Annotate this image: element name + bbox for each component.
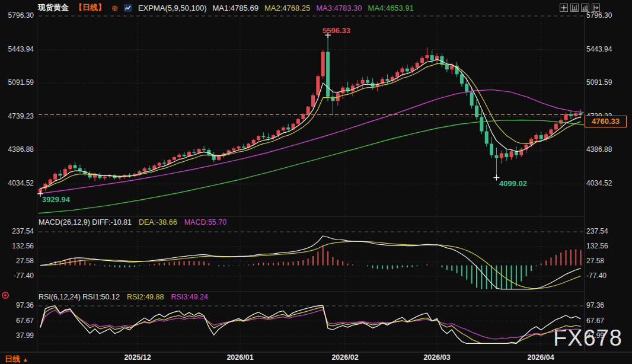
y-axis-label: 4386.88 [586,145,612,154]
macd-axis-label: 132.56 [0,242,34,250]
y-axis-label: 5443.94 [586,45,612,53]
last-price-tag: 4760.33 [585,116,627,127]
low-annotation: 4099.02 [499,179,527,188]
ma2-value-label: MA2:4768.25 [264,4,310,12]
macd-axis-label: 237.54 [586,227,608,235]
macd-label-row: MACD(26,12,9) DIFF:-10.81 DEA:-38.66 MAC… [39,218,226,226]
crosshair-icon[interactable] [560,4,568,12]
chart-header: 现货黄金 【日线】 ⊕ EXPMA(5,9,50,100) MA1:4785.6… [0,0,632,15]
rsi1-label: RSI(6,12,24) RSI1:50.12 [39,293,120,301]
axis-shift-icon[interactable] [592,4,600,12]
macd-axis-label: 27.58 [0,257,34,265]
x-axis-date: 2026/03 [416,353,458,362]
macd-axis-label: 27.58 [586,257,604,265]
y-axis-label: 4034.52 [586,179,612,187]
x-axis-date: 2026/02 [324,353,366,362]
rsi-axis-label: 37.99 [586,331,604,340]
macd-axis-label: 237.54 [0,227,34,235]
macd-axis-label: -77.40 [0,272,34,280]
indicator-target-icon[interactable] [2,292,9,299]
macd-dea-label: DEA:-38.66 [139,218,177,226]
x-axis-date: 2026/04 [520,353,561,362]
chevron-up-icon: ▲ [23,356,28,363]
macd-value-label: MACD:55.70 [184,218,227,226]
expma-params-label: EXPMA(5,9,50,100) [138,4,207,12]
y-axis-label: 5091.59 [0,78,34,87]
high-annotation: 5596.33 [323,26,350,35]
axis-scale-left-icon[interactable] [570,4,579,12]
y-axis-label: 4739.23 [0,112,34,120]
macd-diff-label: MACD(26,12,9) DIFF:-10.81 [39,218,132,226]
ma4-value-label: MA4:4653.91 [368,4,414,12]
rsi-label-row: RSI(6,12,24) RSI1:50.12 RSI2:49.88 RSI3:… [39,293,208,301]
add-indicator-icon[interactable]: ⊕ [111,4,118,12]
rsi-axis-label: 67.67 [0,317,34,325]
axis-scale-right-icon[interactable] [581,4,589,12]
rsi-axis-label: 37.99 [0,331,34,340]
rsi3-label: RSI3:49.24 [171,293,208,301]
start-low-annotation: 3929.94 [42,195,70,204]
y-axis-label: 5091.59 [586,78,612,87]
period-selector-label: 日线 [5,355,20,363]
chart-logo-icon [124,4,132,12]
y-axis-label: 5443.94 [0,45,34,53]
y-axis-label: 4386.88 [0,145,34,154]
macd-axis-label: -77.40 [586,272,607,280]
y-axis-label: 4034.52 [0,179,34,187]
ma1-value-label: MA1:4785.69 [213,4,258,12]
chart-toolbar [560,4,600,12]
x-axis-date: 2026/01 [219,353,261,362]
trading-chart-app: 现货黄金 【日线】 ⊕ EXPMA(5,9,50,100) MA1:4785.6… [0,0,632,364]
ma3-value-label: MA3:4783.30 [316,4,362,12]
rsi-axis-label: 97.36 [586,301,604,309]
period-selector[interactable]: 日线 ▲ [5,354,28,364]
symbol-title: 现货黄金 [38,2,69,13]
macd-axis-label: 132.56 [586,242,608,250]
rsi-axis-label: 67.67 [586,317,604,325]
period-tag[interactable]: 【日线】 [75,2,106,13]
chart-canvas[interactable] [0,0,632,364]
x-axis-date: 2025/12 [117,353,158,362]
rsi-axis-label: 97.36 [0,301,34,309]
rsi2-label: RSI2:49.88 [127,293,164,301]
